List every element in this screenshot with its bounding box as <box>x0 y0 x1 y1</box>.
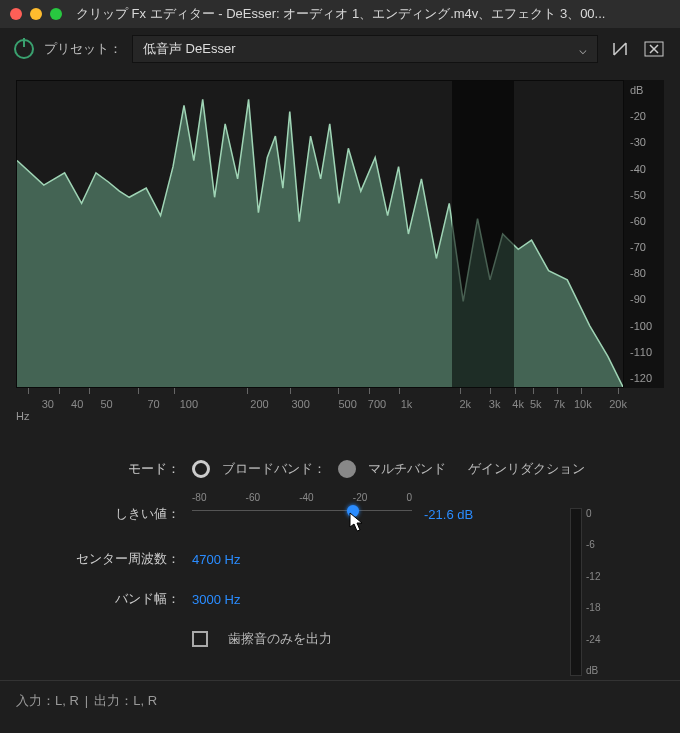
db-unit: dB <box>630 84 664 96</box>
threshold-label: しきい値： <box>40 505 180 523</box>
window-title: クリップ Fx エディター - DeEsser: オーディオ 1、エンディング.… <box>76 5 670 23</box>
meter-bar <box>570 508 582 676</box>
preset-value: 低音声 DeEsser <box>143 40 235 58</box>
threshold-value[interactable]: -21.6 dB <box>424 507 473 522</box>
band-highlight[interactable] <box>452 81 514 387</box>
input-channels: 入力：L, R <box>16 692 79 710</box>
output-channels: 出力：L, R <box>94 692 157 710</box>
power-button[interactable] <box>14 39 34 59</box>
center-freq-label: センター周波数： <box>40 550 180 568</box>
preset-save-icon[interactable] <box>608 37 632 61</box>
threshold-thumb[interactable] <box>347 505 359 517</box>
center-freq-value[interactable]: 4700 Hz <box>192 552 240 567</box>
hz-ticks <box>16 388 624 398</box>
spectrum-plot[interactable] <box>16 80 624 388</box>
titlebar: クリップ Fx エディター - DeEsser: オーディオ 1、エンディング.… <box>0 0 680 28</box>
traffic-lights <box>10 8 62 20</box>
bandwidth-label: バンド幅： <box>40 590 180 608</box>
spectrum-display: dB -20 -30 -40 -50 -60 -70 -80 -90 -100 … <box>0 70 680 430</box>
sibilance-only-checkbox[interactable] <box>192 631 208 647</box>
gain-reduction-label: ゲインリダクション <box>468 460 585 478</box>
sibilance-only-label: 歯擦音のみを出力 <box>228 630 332 648</box>
hz-axis: Hz 304050701002003005007001k2k3k4k5k7k10… <box>16 398 664 430</box>
mode-label: モード： <box>40 460 180 478</box>
broadband-label: ブロードバンド： <box>222 460 326 478</box>
hz-unit: Hz <box>16 410 29 422</box>
footer: 入力：L, R | 出力：L, R <box>0 680 680 720</box>
chevron-down-icon: ⌵ <box>579 42 587 57</box>
multiband-label: マルチバンド <box>368 460 446 478</box>
broadband-radio[interactable] <box>192 460 210 478</box>
toolbar: プリセット： 低音声 DeEsser ⌵ <box>0 28 680 70</box>
preset-label: プリセット： <box>44 40 122 58</box>
multiband-radio[interactable] <box>338 460 356 478</box>
preset-dropdown[interactable]: 低音声 DeEsser ⌵ <box>132 35 598 63</box>
bandwidth-value[interactable]: 3000 Hz <box>192 592 240 607</box>
threshold-slider[interactable]: -80 -60 -40 -20 0 <box>192 500 412 528</box>
preset-delete-icon[interactable] <box>642 37 666 61</box>
minimize-icon[interactable] <box>30 8 42 20</box>
db-axis: dB -20 -30 -40 -50 -60 -70 -80 -90 -100 … <box>624 80 664 388</box>
gain-reduction-meter: 0 -6 -12 -18 -24 dB <box>570 508 610 676</box>
close-icon[interactable] <box>10 8 22 20</box>
zoom-icon[interactable] <box>50 8 62 20</box>
